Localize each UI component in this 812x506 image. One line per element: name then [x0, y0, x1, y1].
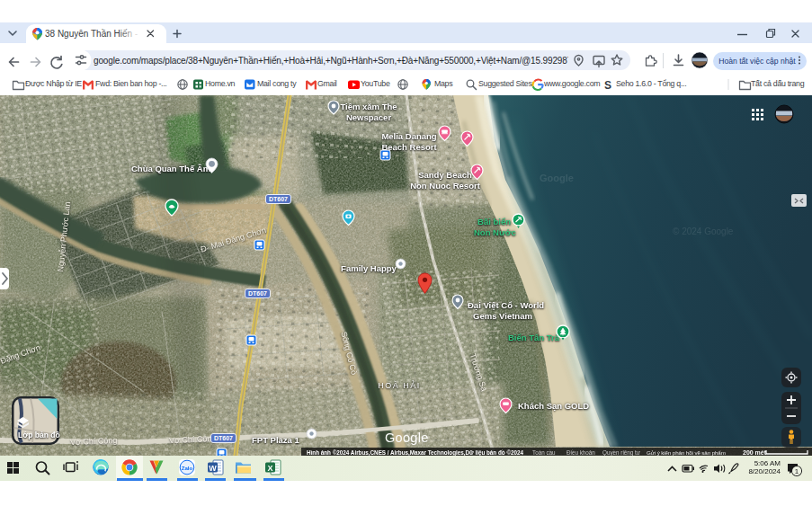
- svg-text:W: W: [209, 464, 217, 473]
- svg-text:Lớp bản đồ: Lớp bản đồ: [18, 431, 60, 439]
- svg-text:Zalo: Zalo: [182, 465, 193, 471]
- svg-text:Google: Google: [385, 431, 429, 445]
- svg-text:X: X: [267, 464, 272, 473]
- svg-text:1: 1: [795, 467, 799, 475]
- svg-text:S: S: [604, 79, 611, 92]
